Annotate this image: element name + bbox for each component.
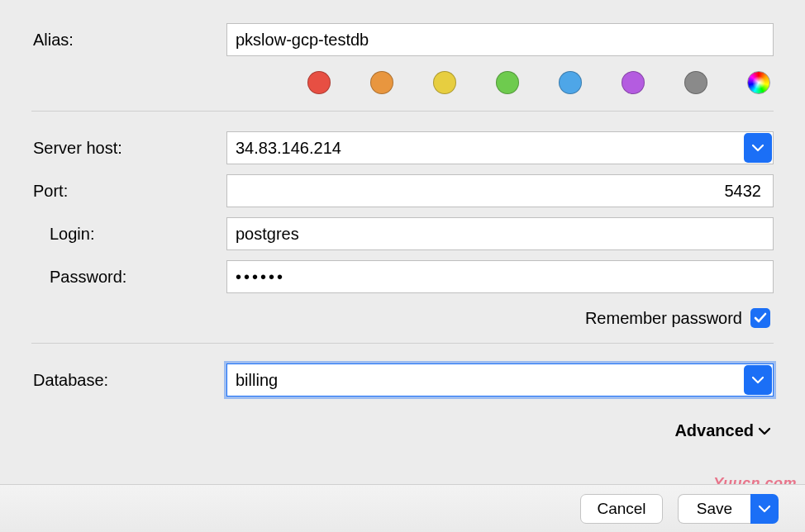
password-input[interactable] [226, 260, 774, 293]
alias-input[interactable] [226, 23, 774, 56]
separator [31, 343, 774, 344]
separator [31, 111, 774, 112]
color-swatch-custom[interactable] [747, 71, 770, 94]
alias-label: Alias: [31, 31, 226, 50]
cancel-button[interactable]: Cancel [580, 494, 663, 524]
database-combo[interactable] [226, 363, 774, 397]
dialog-footer: Cancel Save [0, 484, 805, 532]
chevron-down-icon [752, 144, 764, 152]
login-input[interactable] [226, 217, 774, 250]
color-swatch-purple[interactable] [622, 71, 645, 94]
port-label: Port: [31, 182, 226, 201]
save-split-button: Save [678, 494, 779, 524]
chevron-down-icon [759, 505, 770, 513]
check-icon [754, 312, 767, 324]
advanced-toggle[interactable]: Advanced [31, 406, 774, 440]
color-swatch-blue[interactable] [559, 71, 582, 94]
color-swatch-yellow[interactable] [433, 71, 456, 94]
chevron-down-icon [752, 376, 764, 384]
login-label: Login: [31, 225, 226, 244]
color-swatch-orange[interactable] [370, 71, 393, 94]
advanced-label: Advanced [674, 421, 754, 440]
database-input[interactable] [226, 363, 774, 397]
server-host-label: Server host: [31, 139, 226, 158]
save-button[interactable]: Save [678, 494, 750, 524]
color-swatch-green[interactable] [496, 71, 519, 94]
save-dropdown-button[interactable] [750, 494, 779, 524]
database-label: Database: [31, 371, 226, 390]
server-host-combo[interactable] [226, 131, 774, 164]
color-picker-row [31, 66, 774, 111]
server-host-input[interactable] [226, 131, 774, 164]
port-input[interactable] [226, 174, 774, 207]
server-host-dropdown-button[interactable] [744, 133, 772, 163]
database-dropdown-button[interactable] [744, 365, 772, 395]
remember-password-label: Remember password [585, 309, 742, 328]
color-swatch-gray[interactable] [684, 71, 707, 94]
password-label: Password: [31, 268, 226, 287]
remember-password-checkbox[interactable] [750, 308, 770, 328]
color-swatch-red[interactable] [307, 71, 331, 94]
chevron-down-icon [759, 427, 770, 435]
